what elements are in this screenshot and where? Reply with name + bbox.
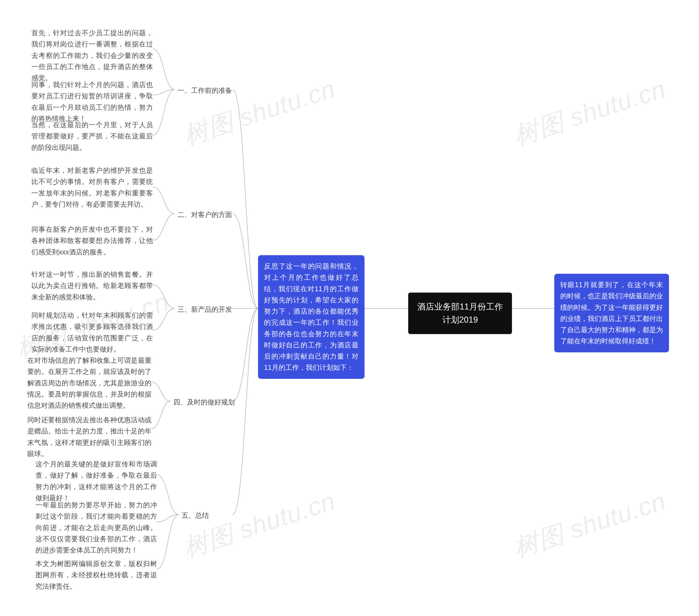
- section-1-item-b[interactable]: 同事，我们针对上个月的问题，酒店也要对员工们进行短暂的培训讲座，争取在最后一个月…: [31, 79, 153, 124]
- watermark: 树图 shutu.cn: [179, 72, 340, 153]
- watermark: 树图 shutu.cn: [509, 484, 670, 565]
- right-context-node[interactable]: 转眼11月就要到了，在这个年末的时候，也正是我们冲级最后的业绩的时候。为了这一年…: [554, 274, 669, 352]
- watermark: 树图 shutu.cn: [179, 484, 340, 565]
- section-2-heading[interactable]: 二、对客户的方面: [177, 209, 232, 220]
- section-1-heading[interactable]: 一、工作前的准备: [177, 85, 232, 96]
- watermark: 树图 shutu.cn: [509, 72, 670, 153]
- section-5-item-a[interactable]: 这个月的最关键的是做好宣传和市场调查，做好了解，做好准备，争取在最后努力的冲刺，…: [36, 458, 157, 504]
- section-5-item-b[interactable]: 一年最后的努力要尽早开始，努力的冲刺过这个阶段，我们才能向着更稳的方向前进，才能…: [36, 499, 157, 556]
- section-4-item-b[interactable]: 同时还要根据情况去推出各种优惠活动或是赠品。给出十足的力度，推出十足的年末气氛，…: [27, 414, 151, 459]
- section-2-item-a[interactable]: 临近年末，对新老客户的维护开发也是比不可少的事情。对所有客户，需要统一发放年末的…: [31, 165, 153, 210]
- section-4-heading[interactable]: 四、及时的做好规划: [173, 397, 235, 408]
- section-1-item-a[interactable]: 首先，针对过去不少员工提出的问题，我们将对岗位进行一番调整，根据在过去考察的工作…: [31, 27, 153, 83]
- left-plan-intro-node[interactable]: 反思了这一年的问题和情况，对上个月的工作也做好了总结，我们现在对11月的工作做好…: [258, 255, 365, 379]
- section-5-heading[interactable]: 五、总结: [182, 510, 209, 521]
- root-node[interactable]: 酒店业务部11月份工作计划2019: [408, 293, 512, 334]
- section-5-item-c[interactable]: 本文为树图网编辑原创文章，版权归树图网所有，未经授权杜绝转载，违者追究法律责任。: [36, 558, 157, 592]
- section-3-item-a[interactable]: 针对这一时节，推出新的销售套餐。并以此为卖点进行推销。给新老顾客都带来全新的感觉…: [31, 269, 153, 303]
- section-2-item-b[interactable]: 同事在新客户的开发中也不要拉下，对各种团体和散客都要想办法推荐，让他们感受到xx…: [31, 224, 153, 258]
- section-3-heading[interactable]: 三、新产品的开发: [177, 304, 232, 315]
- section-3-item-b[interactable]: 同时规划活动，针对年末和顾客们的需求推出优惠，吸引更多顾客选择我们酒店的服务，活…: [31, 310, 153, 355]
- section-4-item-a[interactable]: 在对市场信息的了解和收集上可谓是最重要的。在展开工作之前，就应该及时的了解酒店周…: [27, 355, 151, 411]
- section-1-item-c[interactable]: 当然，在这最后的一个月里，对于人员管理都要做好，要严抓，不能在这最后的阶段出现问…: [31, 119, 153, 153]
